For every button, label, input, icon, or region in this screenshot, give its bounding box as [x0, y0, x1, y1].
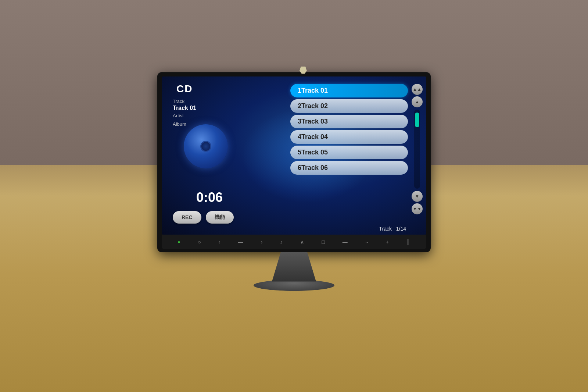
track-list: 1 Track 01 2 Track 02 3 Track 03 4 Track…	[290, 84, 408, 175]
hw-btn-pause[interactable]: ║	[404, 238, 412, 246]
track-name-6: Track 06	[301, 164, 328, 172]
left-panel: Track Track 01 Artist Album	[173, 99, 196, 127]
bottom-buttons: REC 機能	[173, 211, 234, 224]
hw-btn-prev[interactable]: ‹	[216, 238, 223, 246]
monitor-shell: CD Track Track 01 Artist Album 0:06 REC …	[157, 72, 431, 252]
track-name-3: Track 03	[301, 118, 328, 125]
artist-label: Artist	[173, 113, 196, 118]
track-name-5: Track 05	[301, 149, 328, 156]
hw-btn-plus[interactable]: +	[384, 238, 391, 246]
cd-disc	[184, 124, 228, 168]
hw-btn-dots[interactable]: ··	[363, 238, 370, 246]
track-counter-value: 1/14	[396, 226, 406, 232]
hw-btn-minus-small[interactable]: —	[236, 238, 245, 246]
func-button[interactable]: 機能	[206, 211, 234, 224]
track-number-3: 3	[298, 118, 301, 125]
connector	[300, 67, 307, 74]
monitor-wrapper: CD Track Track 01 Artist Album 0:06 REC …	[157, 72, 431, 291]
scroll-up-button[interactable]: ▲	[412, 96, 423, 107]
hw-btn-home[interactable]: ○	[196, 238, 203, 246]
hw-btn-next[interactable]: ›	[258, 238, 265, 246]
cd-center	[200, 141, 211, 152]
rec-button[interactable]: REC	[173, 211, 201, 224]
scroll-thumb	[415, 113, 419, 127]
track-number-1: 1	[298, 87, 301, 95]
scroll-bottom-button[interactable]: ▼▼	[412, 203, 423, 214]
album-label: Album	[173, 121, 196, 127]
hw-btn-square[interactable]: □	[319, 238, 327, 246]
hw-btn-power[interactable]: ●	[176, 239, 182, 245]
mode-label: CD	[176, 83, 193, 95]
track-item-3[interactable]: 3 Track 03	[290, 115, 408, 128]
track-number-6: 6	[298, 164, 301, 172]
track-item-6[interactable]: 6 Track 06	[290, 161, 408, 175]
track-name-4: Track 04	[301, 133, 328, 141]
track-counter-label: Track	[379, 226, 392, 232]
track-item-4[interactable]: 4 Track 04	[290, 130, 408, 144]
hw-btn-minus[interactable]: —	[340, 238, 350, 246]
scroll-track	[414, 110, 420, 189]
hw-btn-music[interactable]: ♪	[278, 238, 285, 246]
track-name-2: Track 02	[301, 102, 328, 110]
track-item-5[interactable]: 5 Track 05	[290, 146, 408, 159]
track-item-2[interactable]: 2 Track 02	[290, 99, 408, 113]
track-number-4: 4	[298, 133, 301, 141]
track-name: Track 01	[173, 105, 196, 111]
screen: CD Track Track 01 Artist Album 0:06 REC …	[162, 76, 426, 235]
track-item-1[interactable]: 1 Track 01	[290, 84, 408, 97]
track-name-1: Track 01	[301, 87, 328, 95]
scroll-top-button[interactable]: ▲▲	[412, 84, 423, 95]
time-display: 0:06	[173, 190, 246, 205]
scrollbar: ▲▲ ▲ ▼ ▼▼	[412, 84, 423, 214]
track-label: Track	[173, 99, 196, 104]
hw-btn-up[interactable]: ∧	[298, 238, 306, 246]
monitor-stand	[272, 252, 316, 282]
track-footer: Track 1/14	[379, 226, 406, 232]
track-number-2: 2	[298, 102, 301, 110]
hardware-bar: ● ○ ‹ — › ♪ ∧ □ — ·· + ║	[162, 235, 426, 249]
scroll-down-button[interactable]: ▼	[412, 191, 423, 202]
track-number-5: 5	[298, 149, 301, 156]
